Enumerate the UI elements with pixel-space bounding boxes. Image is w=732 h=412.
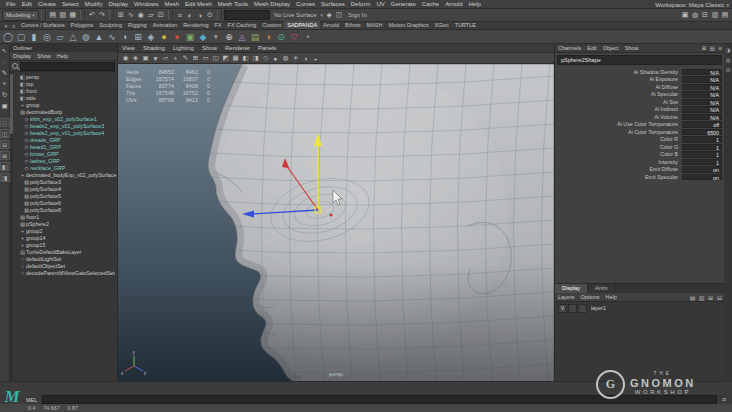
rotate-tool-icon[interactable]: ↻ [0, 90, 9, 99]
bookmark-icon[interactable]: ▼ [151, 54, 160, 63]
poly-helix-icon[interactable]: ∿ [106, 31, 118, 43]
resolution-gate-icon[interactable]: ◫ [211, 54, 220, 63]
layout-outliner-persp-icon[interactable]: ◧ [0, 162, 10, 171]
shelf-tab[interactable]: Sculpting [96, 21, 125, 29]
outliner-menu-item[interactable]: Help [54, 52, 71, 60]
snap-plane-icon[interactable]: ▱ [146, 10, 156, 20]
divider[interactable] [217, 10, 222, 20]
viewport-canvas[interactable]: x y z Verts 84652 8462 0 Edg [118, 64, 554, 383]
menu-item[interactable]: Cache [419, 0, 442, 8]
outliner-item[interactable]: ◇ dreads_GRP [14, 136, 117, 143]
poly-pipe-icon[interactable]: ◖ [119, 31, 131, 43]
outliner-item[interactable]: ◧ front [14, 87, 117, 94]
menu-item[interactable]: Mesh Tools [215, 0, 251, 8]
channel-value-field[interactable]: on [682, 174, 722, 181]
shadows-icon[interactable]: ◑ [301, 54, 310, 63]
channel-value-field[interactable]: N/A [682, 76, 722, 83]
channel-box-menu-item[interactable]: Edit [584, 44, 599, 52]
menu-item[interactable]: Help [465, 0, 483, 8]
layout-hypershade-persp-icon[interactable]: ◨ [0, 173, 10, 182]
channel-value-field[interactable]: 1 [682, 159, 722, 166]
divider[interactable] [80, 10, 85, 20]
outliner-item[interactable]: + group2 [14, 227, 117, 234]
shelf-tab[interactable]: Curves / Surfaces [18, 21, 68, 29]
shelf-tab[interactable]: Polygons [68, 21, 97, 29]
outliner-item[interactable]: ▧ polySurface8 [14, 206, 117, 213]
live-surface-label[interactable]: No Live Surface [271, 12, 320, 18]
snap-point-icon[interactable]: ◉ [136, 10, 146, 20]
layer-row[interactable]: V layer1 [555, 304, 724, 312]
new-layer-selected-icon[interactable]: ⊟ [715, 294, 724, 301]
menu-item[interactable]: Edit [19, 0, 35, 8]
layer-editor-tab[interactable]: Display [555, 284, 588, 293]
grease-pencil-icon[interactable]: ✎ [181, 54, 190, 63]
channel-hyperbolic-icon[interactable]: ≡ [716, 45, 724, 51]
shelf-tab[interactable]: Arnold [320, 21, 342, 29]
attribute-editor-icon[interactable]: ▥ [710, 10, 720, 20]
undo-icon[interactable]: ↶ [87, 10, 97, 20]
shelf-tab[interactable]: Rendering [180, 21, 211, 29]
workspace-selector[interactable]: Workspace: Maya Classic ▾ [655, 0, 729, 9]
lock-camera-icon[interactable]: ◈ [131, 54, 140, 63]
quick-input-field[interactable] [224, 10, 270, 20]
poly-torus-icon[interactable]: ◎ [41, 31, 53, 43]
layout-two-stack-icon[interactable]: ⊟ [0, 140, 10, 149]
menu-item[interactable]: Curves [293, 0, 318, 8]
image-plane-icon[interactable]: ▱ [161, 54, 170, 63]
empty-layer-icon[interactable]: ▥ [697, 294, 706, 301]
outliner-scrollbar[interactable] [10, 72, 13, 381]
quad-draw-icon[interactable]: ▣ [184, 31, 196, 43]
layer-playback-toggle[interactable] [568, 304, 577, 313]
outliner-item[interactable]: ▤ TurtleDefaultBakeLayer [14, 248, 117, 255]
ipr-render-icon[interactable]: ◑ [195, 10, 205, 20]
poly-cube-icon[interactable]: ▢ [15, 31, 27, 43]
select-tool-icon[interactable]: ↖ [0, 46, 9, 55]
redo-icon[interactable]: ↷ [97, 10, 107, 20]
modeling-toolkit-icon[interactable]: ▣ [680, 10, 690, 20]
channel-value-field[interactable]: 6500 [682, 129, 722, 136]
channel-value-field[interactable]: on [682, 166, 722, 173]
two-d-pan-zoom-icon[interactable]: + [171, 54, 180, 63]
sculpt-tool-icon[interactable]: ● [158, 31, 170, 43]
mirror-icon[interactable]: ◬ [236, 31, 248, 43]
outliner-item[interactable]: ○ defaultObjectSet [14, 262, 117, 269]
shelf-tab[interactable]: MASH [364, 21, 386, 29]
outliner-item[interactable]: ◇ shirt_exp_v02_polySurface1 [14, 115, 117, 122]
divider[interactable] [41, 10, 46, 20]
outliner-item[interactable]: ▧ decimatedBody [14, 108, 117, 115]
script-editor-icon[interactable]: ≡ [719, 395, 729, 405]
target-weld-icon[interactable]: + [210, 31, 222, 43]
outliner-item[interactable]: + group14 [14, 234, 117, 241]
shelf-tab[interactable]: Rigging [125, 21, 150, 29]
menu-item[interactable]: File [3, 0, 19, 8]
channel-value-field[interactable]: 1 [682, 144, 722, 151]
menu-item[interactable]: Mesh [161, 0, 182, 8]
lights-icon[interactable]: ☀ [291, 54, 300, 63]
layer-color-swatch[interactable] [578, 304, 587, 313]
layer-editor-menu-item[interactable]: Help [602, 293, 619, 301]
outliner-item[interactable]: ◇ necklace_GRP [14, 164, 117, 171]
smooth-tool-icon[interactable]: ● [171, 31, 183, 43]
outliner-item[interactable]: ▧ polySurface4 [14, 185, 117, 192]
menu-item[interactable]: Deform [348, 0, 374, 8]
poly-pyramid-icon[interactable]: ▲ [93, 31, 105, 43]
attribute-editor-toggle-icon[interactable]: ▥ [726, 57, 731, 63]
arnold-render-icon[interactable]: ⊙ [275, 31, 287, 43]
channel-value-field[interactable]: N/A [682, 84, 722, 91]
xray-icon[interactable]: ◒ [311, 54, 320, 63]
render-icon[interactable]: ◐ [185, 10, 195, 20]
wireframe-icon[interactable]: ◇ [261, 54, 270, 63]
outliner-menu-item[interactable]: Display [10, 52, 34, 60]
layout-two-side-icon[interactable]: ◫ [0, 129, 10, 138]
outliner-item[interactable]: ○ defaultLightSet [14, 255, 117, 262]
subdiv-icon[interactable]: ⊞ [132, 31, 144, 43]
merge-icon[interactable]: ⊕ [223, 31, 235, 43]
outliner-item[interactable]: ◇ beads2_exp_v01_polySurface3 [14, 122, 117, 129]
poly-disc-icon[interactable]: ◍ [80, 31, 92, 43]
shelf-menu-icon[interactable]: ▾ [2, 23, 10, 29]
channel-box-object-name[interactable]: pSphere2Shape [557, 55, 722, 65]
channel-value-field[interactable]: N/A [682, 91, 722, 98]
channel-value-field[interactable]: 1 [682, 151, 722, 158]
outliner-item[interactable]: ◧ top [14, 80, 117, 87]
outliner-item[interactable]: ◇ beads2_exp_v01_polySurface4 [14, 129, 117, 136]
